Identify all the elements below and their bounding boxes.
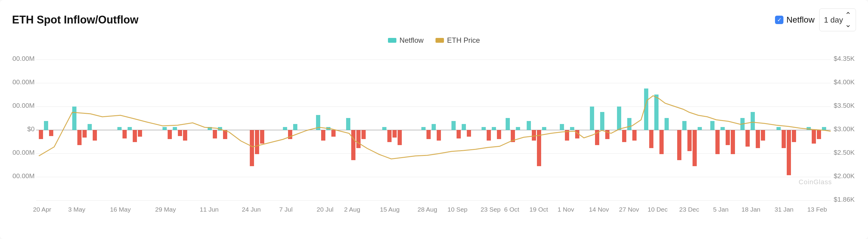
svg-rect-104 bbox=[726, 130, 730, 145]
svg-rect-56 bbox=[382, 127, 386, 130]
svg-text:10 Dec: 10 Dec bbox=[648, 206, 668, 213]
chart-area: $600.00M $400.00M $200.00M $0 $-200.00M … bbox=[12, 48, 856, 222]
svg-rect-101 bbox=[710, 121, 714, 130]
svg-rect-55 bbox=[362, 130, 366, 139]
svg-rect-22 bbox=[49, 130, 53, 136]
svg-rect-111 bbox=[776, 127, 781, 130]
svg-text:$3.50K: $3.50K bbox=[834, 102, 855, 109]
svg-rect-53 bbox=[351, 130, 355, 160]
svg-rect-45 bbox=[283, 127, 287, 130]
svg-rect-67 bbox=[467, 130, 471, 137]
svg-rect-44 bbox=[260, 130, 264, 144]
svg-rect-47 bbox=[293, 124, 297, 130]
svg-rect-116 bbox=[812, 130, 816, 144]
svg-rect-66 bbox=[462, 124, 466, 130]
svg-rect-109 bbox=[756, 130, 760, 148]
svg-text:18 Jan: 18 Jan bbox=[741, 206, 760, 213]
svg-rect-37 bbox=[183, 130, 187, 141]
svg-rect-72 bbox=[506, 118, 510, 130]
svg-text:$200.00M: $200.00M bbox=[12, 102, 35, 109]
svg-rect-39 bbox=[213, 130, 217, 139]
svg-text:5 Jan: 5 Jan bbox=[713, 206, 728, 213]
svg-rect-49 bbox=[321, 130, 326, 141]
svg-rect-89 bbox=[627, 118, 631, 130]
svg-rect-92 bbox=[649, 130, 653, 148]
svg-rect-112 bbox=[782, 130, 786, 148]
legend-row: Netflow ETH Price bbox=[12, 36, 856, 44]
svg-text:$600.00M: $600.00M bbox=[12, 55, 35, 62]
svg-rect-95 bbox=[664, 118, 669, 130]
svg-text:7 Jul: 7 Jul bbox=[279, 206, 292, 213]
svg-rect-78 bbox=[542, 127, 546, 130]
svg-rect-29 bbox=[123, 130, 127, 139]
svg-text:$2.50K: $2.50K bbox=[834, 149, 855, 156]
svg-text:2 Aug: 2 Aug bbox=[344, 206, 360, 213]
svg-text:10 Sep: 10 Sep bbox=[447, 206, 468, 213]
svg-text:29 May: 29 May bbox=[155, 206, 176, 213]
netflow-toggle[interactable]: ✓ Netflow bbox=[775, 15, 814, 25]
main-chart-svg: $600.00M $400.00M $200.00M $0 $-200.00M … bbox=[12, 48, 856, 222]
svg-text:13 Feb: 13 Feb bbox=[807, 206, 827, 213]
svg-rect-96 bbox=[677, 130, 681, 160]
svg-rect-90 bbox=[632, 130, 637, 141]
chart-container: ETH Spot Inflow/Outflow ✓ Netflow 1 day … bbox=[0, 0, 868, 239]
period-selector[interactable]: 1 day ⌃⌄ bbox=[819, 8, 856, 31]
header-controls: ✓ Netflow 1 day ⌃⌄ bbox=[775, 8, 856, 31]
svg-rect-21 bbox=[44, 121, 48, 130]
svg-rect-76 bbox=[532, 130, 536, 141]
svg-rect-107 bbox=[745, 130, 750, 147]
header-row: ETH Spot Inflow/Outflow ✓ Netflow 1 day … bbox=[12, 8, 856, 31]
svg-text:27 Nov: 27 Nov bbox=[619, 206, 639, 213]
svg-rect-83 bbox=[590, 107, 594, 130]
legend-netflow-color bbox=[388, 38, 396, 43]
svg-rect-117 bbox=[817, 130, 821, 139]
svg-rect-114 bbox=[792, 130, 796, 142]
svg-rect-57 bbox=[388, 130, 392, 142]
svg-rect-58 bbox=[393, 130, 397, 138]
svg-text:$1.86K: $1.86K bbox=[834, 196, 855, 203]
svg-text:15 Aug: 15 Aug bbox=[380, 206, 399, 213]
svg-text:$0: $0 bbox=[27, 125, 35, 133]
svg-rect-51 bbox=[331, 130, 336, 137]
svg-rect-36 bbox=[178, 130, 182, 136]
svg-rect-64 bbox=[452, 121, 456, 130]
svg-rect-68 bbox=[482, 127, 486, 130]
svg-rect-70 bbox=[492, 127, 496, 130]
svg-rect-62 bbox=[432, 124, 436, 130]
svg-rect-69 bbox=[487, 130, 491, 141]
svg-text:$4.35K: $4.35K bbox=[834, 55, 855, 62]
svg-rect-26 bbox=[88, 124, 92, 130]
svg-rect-31 bbox=[133, 130, 137, 142]
svg-text:31 Jan: 31 Jan bbox=[774, 206, 793, 213]
svg-text:14 Nov: 14 Nov bbox=[589, 206, 609, 213]
svg-rect-94 bbox=[659, 130, 664, 154]
svg-rect-79 bbox=[560, 124, 564, 130]
svg-text:$2.00K: $2.00K bbox=[834, 172, 855, 180]
svg-rect-28 bbox=[117, 127, 122, 130]
svg-rect-24 bbox=[78, 130, 82, 145]
svg-rect-43 bbox=[255, 130, 259, 154]
svg-rect-108 bbox=[751, 112, 755, 130]
watermark: CoinGlass bbox=[799, 178, 832, 186]
netflow-checkbox[interactable]: ✓ bbox=[775, 16, 783, 24]
svg-rect-60 bbox=[421, 127, 426, 130]
svg-text:19 Oct: 19 Oct bbox=[529, 206, 548, 213]
svg-rect-74 bbox=[516, 127, 520, 130]
svg-rect-110 bbox=[761, 130, 765, 141]
svg-rect-46 bbox=[288, 130, 292, 139]
legend-eth-price-color bbox=[435, 38, 444, 43]
svg-text:$-400.00M: $-400.00M bbox=[12, 172, 35, 180]
svg-rect-59 bbox=[398, 130, 402, 145]
svg-rect-33 bbox=[162, 127, 167, 130]
svg-text:$400.00M: $400.00M bbox=[12, 78, 35, 86]
svg-rect-65 bbox=[457, 130, 461, 139]
svg-text:23 Sep: 23 Sep bbox=[480, 206, 501, 213]
svg-text:1 Nov: 1 Nov bbox=[558, 206, 574, 213]
svg-rect-97 bbox=[682, 121, 686, 130]
chart-title: ETH Spot Inflow/Outflow bbox=[12, 13, 138, 26]
svg-rect-88 bbox=[622, 130, 626, 142]
svg-rect-20 bbox=[39, 130, 43, 139]
svg-text:$3.00K: $3.00K bbox=[834, 125, 855, 133]
svg-text:3 May: 3 May bbox=[68, 206, 86, 213]
legend-eth-price-label: ETH Price bbox=[447, 36, 480, 44]
